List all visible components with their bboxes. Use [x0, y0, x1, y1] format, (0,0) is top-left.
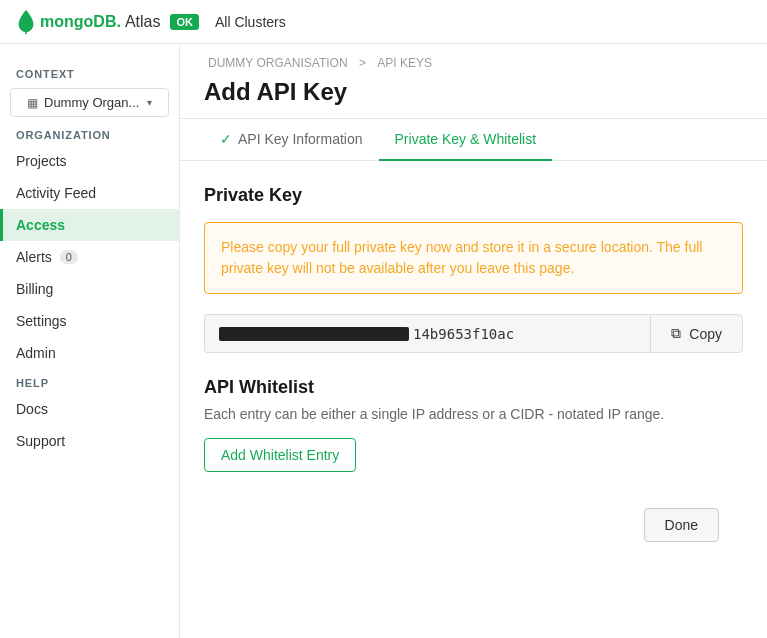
sidebar-item-label: Projects — [16, 153, 67, 169]
copy-icon: ⧉ — [671, 325, 681, 342]
sidebar-item-projects[interactable]: Projects — [0, 145, 179, 177]
footer-actions: Done — [204, 492, 743, 558]
copy-button[interactable]: ⧉ Copy — [650, 314, 743, 353]
tabs-container: ✓ API Key Information Private Key & Whit… — [180, 119, 767, 161]
sidebar: CONTEXT ▦ Dummy Organ... ▾ ORGANIZATION … — [0, 44, 180, 638]
logo-atlas: Atlas — [125, 13, 161, 31]
sidebar-item-access[interactable]: Access — [0, 209, 179, 241]
sidebar-item-activity-feed[interactable]: Activity Feed — [0, 177, 179, 209]
org-icon: ▦ — [27, 96, 38, 110]
sidebar-item-billing[interactable]: Billing — [0, 273, 179, 305]
key-suffix: 14b9653f10ac — [413, 326, 514, 342]
content-area: Private Key Please copy your full privat… — [180, 161, 767, 582]
check-icon: ✓ — [220, 131, 232, 147]
sidebar-item-label: Settings — [16, 313, 67, 329]
copy-label: Copy — [689, 326, 722, 342]
sidebar-item-settings[interactable]: Settings — [0, 305, 179, 337]
sidebar-item-support[interactable]: Support — [0, 425, 179, 457]
dropdown-arrow-icon: ▾ — [147, 97, 152, 108]
breadcrumb-org: DUMMY ORGANISATION — [208, 56, 348, 70]
breadcrumb-page: API KEYS — [377, 56, 432, 70]
add-whitelist-entry-button[interactable]: Add Whitelist Entry — [204, 438, 356, 472]
breadcrumb: DUMMY ORGANISATION > API KEYS — [180, 44, 767, 74]
sidebar-item-label: Alerts — [16, 249, 52, 265]
sidebar-item-label: Admin — [16, 345, 56, 361]
sidebar-item-label: Access — [16, 217, 65, 233]
sidebar-item-label: Support — [16, 433, 65, 449]
tab-api-key-information[interactable]: ✓ API Key Information — [204, 119, 379, 161]
key-masked-portion — [219, 327, 409, 341]
mongodb-leaf-icon — [16, 10, 36, 34]
tab-private-key-whitelist[interactable]: Private Key & Whitelist — [379, 119, 553, 161]
status-badge: OK — [170, 14, 199, 30]
whitelist-description: Each entry can be either a single IP add… — [204, 406, 743, 422]
whitelist-title: API Whitelist — [204, 377, 743, 398]
private-key-title: Private Key — [204, 185, 743, 206]
warning-box: Please copy your full private key now an… — [204, 222, 743, 294]
page-title: Add API Key — [180, 74, 767, 119]
org-selector[interactable]: ▦ Dummy Organ... ▾ — [10, 88, 169, 117]
tab-label: API Key Information — [238, 131, 363, 147]
main-layout: CONTEXT ▦ Dummy Organ... ▾ ORGANIZATION … — [0, 44, 767, 638]
organization-section-label: ORGANIZATION — [0, 121, 179, 145]
alerts-badge: 0 — [60, 250, 78, 264]
sidebar-item-label: Docs — [16, 401, 48, 417]
key-row: 14b9653f10ac ⧉ Copy — [204, 314, 743, 353]
sidebar-item-docs[interactable]: Docs — [0, 393, 179, 425]
org-name: Dummy Organ... — [44, 95, 141, 110]
main-content: DUMMY ORGANISATION > API KEYS Add API Ke… — [180, 44, 767, 638]
context-label: CONTEXT — [0, 60, 179, 84]
app-header: mongoDB. Atlas OK All Clusters — [0, 0, 767, 44]
sidebar-item-alerts[interactable]: Alerts 0 — [0, 241, 179, 273]
tab-label: Private Key & Whitelist — [395, 131, 537, 147]
sidebar-item-label: Activity Feed — [16, 185, 96, 201]
private-key-field: 14b9653f10ac — [204, 314, 650, 353]
header-title: All Clusters — [215, 14, 286, 30]
help-section-label: HELP — [0, 369, 179, 393]
logo: mongoDB. Atlas — [16, 10, 160, 34]
sidebar-item-admin[interactable]: Admin — [0, 337, 179, 369]
breadcrumb-separator: > — [359, 56, 369, 70]
sidebar-item-label: Billing — [16, 281, 53, 297]
done-button[interactable]: Done — [644, 508, 719, 542]
logo-brand: mongoDB. — [40, 13, 121, 31]
